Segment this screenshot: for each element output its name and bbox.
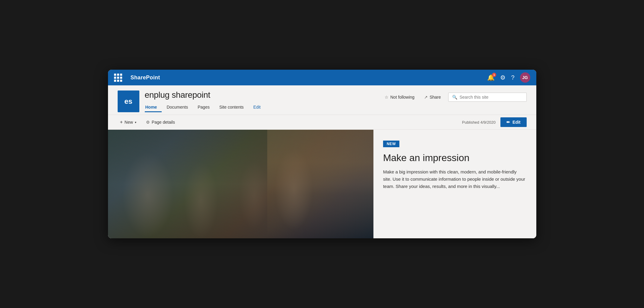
page-details-label: Page details	[152, 120, 175, 125]
toolbar-left: + New ▾ ⚙ Page details	[118, 118, 177, 126]
edit-page-button[interactable]: ✏ Edit	[500, 117, 526, 127]
chevron-down-icon: ▾	[135, 121, 136, 124]
site-header-actions: ☆ Not following ↗ Share 🔍	[382, 93, 527, 102]
new-badge: NEW	[383, 141, 399, 147]
content-panel: NEW Make an impression Make a big impres…	[373, 130, 536, 238]
search-box[interactable]: 🔍	[448, 93, 527, 102]
page-toolbar: + New ▾ ⚙ Page details Published 4/9/202…	[108, 115, 536, 130]
site-navigation: Home Documents Pages Site contents Edit	[145, 103, 265, 112]
user-avatar[interactable]: JG	[520, 72, 530, 83]
site-identity: es enplug sharepoint Home Documents Page…	[118, 90, 265, 112]
notification-button[interactable]: 🔔 1	[487, 74, 495, 81]
share-icon: ↗	[424, 95, 428, 100]
site-header: es enplug sharepoint Home Documents Page…	[108, 85, 536, 115]
help-icon: ?	[511, 74, 514, 81]
app-logo: SharePoint	[131, 75, 487, 81]
toolbar-right: Published 4/9/2020 ✏ Edit	[462, 117, 527, 127]
settings-button[interactable]: ⚙	[500, 74, 506, 81]
share-button[interactable]: ↗ Share	[422, 94, 443, 101]
notification-badge: 1	[492, 73, 496, 77]
site-name: enplug sharepoint	[145, 90, 265, 100]
waffle-icon	[114, 74, 122, 82]
nav-pages[interactable]: Pages	[193, 103, 214, 112]
nav-edit[interactable]: Edit	[249, 103, 265, 112]
top-nav: SharePoint 🔔 1 ⚙ ? JG	[108, 70, 536, 85]
pencil-icon: ✏	[506, 120, 510, 125]
follow-label: Not following	[390, 95, 414, 100]
main-content: NEW Make an impression Make a big impres…	[108, 130, 536, 238]
search-input[interactable]	[460, 95, 523, 100]
nav-home[interactable]: Home	[145, 103, 162, 112]
site-logo: es	[118, 90, 139, 112]
browser-window: SharePoint 🔔 1 ⚙ ? JG es enplug sharepoi…	[108, 70, 536, 238]
gear-icon: ⚙	[146, 120, 150, 125]
hero-windows-overlay	[267, 130, 373, 238]
search-icon: 🔍	[452, 95, 457, 100]
page-details-button[interactable]: ⚙ Page details	[144, 119, 177, 126]
nav-actions: 🔔 1 ⚙ ? JG	[487, 72, 530, 83]
content-title: Make an impression	[383, 152, 525, 164]
gear-icon: ⚙	[500, 74, 506, 81]
nav-site-contents[interactable]: Site contents	[214, 103, 249, 112]
site-header-top: es enplug sharepoint Home Documents Page…	[118, 90, 527, 112]
waffle-menu-button[interactable]	[114, 74, 126, 82]
new-label: New	[125, 120, 133, 125]
plus-icon: +	[120, 119, 123, 125]
follow-button[interactable]: ☆ Not following	[382, 94, 417, 101]
share-label: Share	[430, 95, 441, 100]
hero-image	[108, 130, 373, 238]
edit-label: Edit	[512, 120, 520, 125]
site-name-area: enplug sharepoint Home Documents Pages S…	[145, 90, 265, 112]
published-date: Published 4/9/2020	[462, 120, 496, 125]
new-button[interactable]: + New ▾	[118, 118, 139, 126]
content-body: Make a big impression with this clean, m…	[383, 168, 525, 190]
star-icon: ☆	[385, 95, 389, 100]
help-button[interactable]: ?	[511, 74, 514, 81]
nav-documents[interactable]: Documents	[162, 103, 193, 112]
